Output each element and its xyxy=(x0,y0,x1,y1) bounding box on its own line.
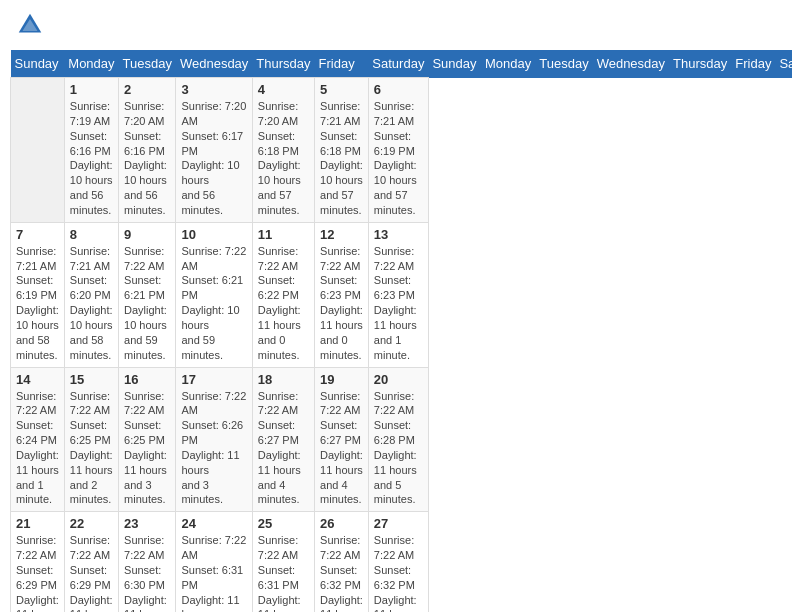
logo xyxy=(15,10,49,40)
calendar-cell: 15Sunrise: 7:22 AMSunset: 6:25 PMDayligh… xyxy=(64,367,118,512)
calendar-cell: 10Sunrise: 7:22 AMSunset: 6:21 PMDayligh… xyxy=(176,222,252,367)
calendar-cell: 25Sunrise: 7:22 AMSunset: 6:31 PMDayligh… xyxy=(252,512,314,612)
day-info: Sunrise: 7:22 AMSunset: 6:21 PMDaylight:… xyxy=(124,244,170,363)
calendar-cell: 8Sunrise: 7:21 AMSunset: 6:20 PMDaylight… xyxy=(64,222,118,367)
day-info: Sunrise: 7:21 AMSunset: 6:18 PMDaylight:… xyxy=(320,99,363,218)
calendar-cell: 24Sunrise: 7:22 AMSunset: 6:31 PMDayligh… xyxy=(176,512,252,612)
day-header-tuesday: Tuesday xyxy=(535,50,592,78)
calendar-cell: 4Sunrise: 7:20 AMSunset: 6:18 PMDaylight… xyxy=(252,78,314,223)
day-number: 10 xyxy=(181,227,246,242)
day-info: Sunrise: 7:20 AMSunset: 6:18 PMDaylight:… xyxy=(258,99,309,218)
day-info: Sunrise: 7:22 AMSunset: 6:30 PMDaylight:… xyxy=(124,533,170,612)
day-number: 12 xyxy=(320,227,363,242)
calendar-cell: 16Sunrise: 7:22 AMSunset: 6:25 PMDayligh… xyxy=(119,367,176,512)
day-header-sunday: Sunday xyxy=(428,50,481,78)
calendar-cell xyxy=(11,78,65,223)
day-header-tuesday: Tuesday xyxy=(119,50,176,78)
day-header-friday: Friday xyxy=(315,50,369,78)
day-info: Sunrise: 7:22 AMSunset: 6:26 PMDaylight:… xyxy=(181,389,246,508)
day-info: Sunrise: 7:22 AMSunset: 6:23 PMDaylight:… xyxy=(374,244,423,363)
day-info: Sunrise: 7:22 AMSunset: 6:32 PMDaylight:… xyxy=(374,533,423,612)
day-number: 26 xyxy=(320,516,363,531)
day-info: Sunrise: 7:22 AMSunset: 6:32 PMDaylight:… xyxy=(320,533,363,612)
day-number: 6 xyxy=(374,82,423,97)
calendar-week-1: 1Sunrise: 7:19 AMSunset: 6:16 PMDaylight… xyxy=(11,78,793,223)
calendar-table: SundayMondayTuesdayWednesdayThursdayFrid… xyxy=(10,50,792,612)
day-number: 8 xyxy=(70,227,113,242)
day-header-monday: Monday xyxy=(481,50,535,78)
calendar-cell: 14Sunrise: 7:22 AMSunset: 6:24 PMDayligh… xyxy=(11,367,65,512)
day-number: 20 xyxy=(374,372,423,387)
day-number: 14 xyxy=(16,372,59,387)
calendar-week-2: 7Sunrise: 7:21 AMSunset: 6:19 PMDaylight… xyxy=(11,222,793,367)
calendar-header-row: SundayMondayTuesdayWednesdayThursdayFrid… xyxy=(11,50,793,78)
day-info: Sunrise: 7:21 AMSunset: 6:19 PMDaylight:… xyxy=(374,99,423,218)
day-number: 22 xyxy=(70,516,113,531)
calendar-cell: 21Sunrise: 7:22 AMSunset: 6:29 PMDayligh… xyxy=(11,512,65,612)
day-number: 13 xyxy=(374,227,423,242)
calendar-cell: 27Sunrise: 7:22 AMSunset: 6:32 PMDayligh… xyxy=(368,512,428,612)
day-info: Sunrise: 7:21 AMSunset: 6:20 PMDaylight:… xyxy=(70,244,113,363)
calendar-cell: 6Sunrise: 7:21 AMSunset: 6:19 PMDaylight… xyxy=(368,78,428,223)
day-number: 1 xyxy=(70,82,113,97)
calendar-week-4: 21Sunrise: 7:22 AMSunset: 6:29 PMDayligh… xyxy=(11,512,793,612)
day-number: 19 xyxy=(320,372,363,387)
logo-icon xyxy=(15,10,45,40)
calendar-cell: 11Sunrise: 7:22 AMSunset: 6:22 PMDayligh… xyxy=(252,222,314,367)
calendar-cell: 7Sunrise: 7:21 AMSunset: 6:19 PMDaylight… xyxy=(11,222,65,367)
calendar-cell: 9Sunrise: 7:22 AMSunset: 6:21 PMDaylight… xyxy=(119,222,176,367)
day-info: Sunrise: 7:22 AMSunset: 6:21 PMDaylight:… xyxy=(181,244,246,363)
day-number: 24 xyxy=(181,516,246,531)
day-number: 21 xyxy=(16,516,59,531)
day-header-saturday: Saturday xyxy=(775,50,792,78)
day-header-monday: Monday xyxy=(64,50,118,78)
day-info: Sunrise: 7:19 AMSunset: 6:16 PMDaylight:… xyxy=(70,99,113,218)
day-header-saturday: Saturday xyxy=(368,50,428,78)
calendar-cell: 5Sunrise: 7:21 AMSunset: 6:18 PMDaylight… xyxy=(315,78,369,223)
day-info: Sunrise: 7:22 AMSunset: 6:27 PMDaylight:… xyxy=(258,389,309,508)
calendar-cell: 26Sunrise: 7:22 AMSunset: 6:32 PMDayligh… xyxy=(315,512,369,612)
day-info: Sunrise: 7:22 AMSunset: 6:29 PMDaylight:… xyxy=(16,533,59,612)
day-info: Sunrise: 7:22 AMSunset: 6:31 PMDaylight:… xyxy=(181,533,246,612)
calendar-week-3: 14Sunrise: 7:22 AMSunset: 6:24 PMDayligh… xyxy=(11,367,793,512)
day-info: Sunrise: 7:22 AMSunset: 6:29 PMDaylight:… xyxy=(70,533,113,612)
calendar-cell: 13Sunrise: 7:22 AMSunset: 6:23 PMDayligh… xyxy=(368,222,428,367)
day-number: 9 xyxy=(124,227,170,242)
day-header-friday: Friday xyxy=(731,50,775,78)
day-info: Sunrise: 7:22 AMSunset: 6:31 PMDaylight:… xyxy=(258,533,309,612)
day-info: Sunrise: 7:22 AMSunset: 6:23 PMDaylight:… xyxy=(320,244,363,363)
calendar-cell: 17Sunrise: 7:22 AMSunset: 6:26 PMDayligh… xyxy=(176,367,252,512)
day-info: Sunrise: 7:22 AMSunset: 6:22 PMDaylight:… xyxy=(258,244,309,363)
day-number: 2 xyxy=(124,82,170,97)
day-info: Sunrise: 7:20 AMSunset: 6:17 PMDaylight:… xyxy=(181,99,246,218)
calendar-cell: 3Sunrise: 7:20 AMSunset: 6:17 PMDaylight… xyxy=(176,78,252,223)
day-header-thursday: Thursday xyxy=(669,50,731,78)
day-info: Sunrise: 7:22 AMSunset: 6:28 PMDaylight:… xyxy=(374,389,423,508)
day-number: 23 xyxy=(124,516,170,531)
day-number: 16 xyxy=(124,372,170,387)
day-number: 27 xyxy=(374,516,423,531)
calendar-cell: 20Sunrise: 7:22 AMSunset: 6:28 PMDayligh… xyxy=(368,367,428,512)
page-header xyxy=(10,10,782,40)
calendar-cell: 2Sunrise: 7:20 AMSunset: 6:16 PMDaylight… xyxy=(119,78,176,223)
calendar-cell: 12Sunrise: 7:22 AMSunset: 6:23 PMDayligh… xyxy=(315,222,369,367)
day-info: Sunrise: 7:22 AMSunset: 6:25 PMDaylight:… xyxy=(124,389,170,508)
day-number: 11 xyxy=(258,227,309,242)
day-info: Sunrise: 7:22 AMSunset: 6:25 PMDaylight:… xyxy=(70,389,113,508)
day-number: 25 xyxy=(258,516,309,531)
day-number: 4 xyxy=(258,82,309,97)
day-number: 15 xyxy=(70,372,113,387)
day-info: Sunrise: 7:22 AMSunset: 6:27 PMDaylight:… xyxy=(320,389,363,508)
day-number: 3 xyxy=(181,82,246,97)
calendar-cell: 1Sunrise: 7:19 AMSunset: 6:16 PMDaylight… xyxy=(64,78,118,223)
day-info: Sunrise: 7:22 AMSunset: 6:24 PMDaylight:… xyxy=(16,389,59,508)
day-header-wednesday: Wednesday xyxy=(176,50,252,78)
day-number: 5 xyxy=(320,82,363,97)
day-header-thursday: Thursday xyxy=(252,50,314,78)
day-header-wednesday: Wednesday xyxy=(593,50,669,78)
day-number: 7 xyxy=(16,227,59,242)
calendar-cell: 18Sunrise: 7:22 AMSunset: 6:27 PMDayligh… xyxy=(252,367,314,512)
calendar-cell: 23Sunrise: 7:22 AMSunset: 6:30 PMDayligh… xyxy=(119,512,176,612)
day-info: Sunrise: 7:21 AMSunset: 6:19 PMDaylight:… xyxy=(16,244,59,363)
day-info: Sunrise: 7:20 AMSunset: 6:16 PMDaylight:… xyxy=(124,99,170,218)
